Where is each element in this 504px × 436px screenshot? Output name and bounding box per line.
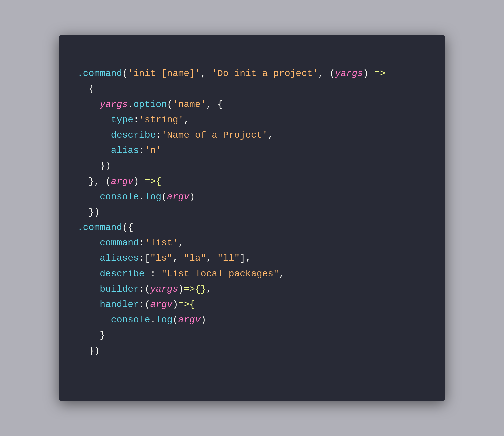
line-1: .command('init [name]', 'Do init a proje…: [77, 68, 385, 356]
code-block: .command('init [name]', 'Do init a proje…: [77, 51, 427, 374]
code-window: .command('init [name]', 'Do init a proje…: [59, 35, 445, 401]
